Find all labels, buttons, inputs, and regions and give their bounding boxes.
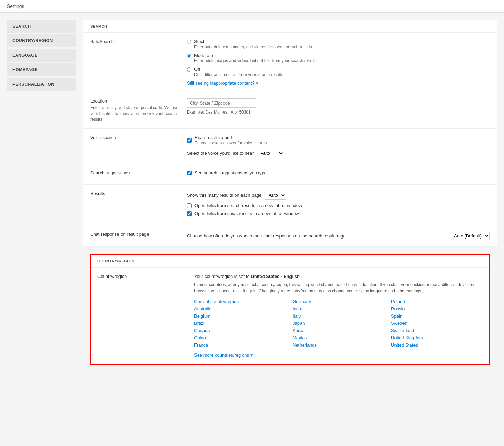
country-setting-label: Country/region	[97, 274, 187, 358]
location-example: Example: Des Moines, IA or 50301	[187, 110, 490, 115]
safesearch-off-label: Off	[194, 67, 283, 72]
top-bar: Settings	[0, 0, 504, 13]
search-suggestions-option: See search suggestions as you type	[187, 170, 490, 175]
sidebar-item-personalization[interactable]: PERSONALIZATION	[7, 78, 76, 91]
open-links-checkbox[interactable]	[187, 203, 192, 208]
location-controls: Example: Des Moines, IA or 50301	[187, 98, 490, 122]
search-suggestions-row: Search suggestions See search suggestion…	[83, 164, 497, 185]
country-link-germany[interactable]: Germany	[293, 299, 384, 304]
country-link-belgium[interactable]: Belgium	[194, 313, 286, 319]
results-per-page-label: Show this many results on each page	[187, 193, 261, 198]
safesearch-controls: Strict Filter out adult text, images, an…	[187, 39, 490, 86]
location-input[interactable]	[187, 98, 256, 108]
country-link-spain[interactable]: Spain	[391, 313, 483, 319]
country-section-header: COUNTRY/REGION	[91, 255, 489, 268]
sidebar-item-country-region[interactable]: COUNTRY/REGION	[7, 34, 76, 47]
country-link-poland[interactable]: Poland	[391, 299, 483, 304]
country-link-italy[interactable]: Italy	[293, 313, 384, 319]
country-link-korea[interactable]: Korea	[293, 328, 384, 333]
location-row: Location Enter your city and state or po…	[83, 92, 497, 129]
country-region-section: COUNTRY/REGION Country/region Your count…	[90, 254, 490, 365]
voice-select[interactable]: Auto Male Female	[257, 149, 284, 157]
country-link-russia[interactable]: Russia	[391, 306, 483, 311]
safesearch-moderate-option: Moderate Filter adult images and videos …	[187, 53, 490, 63]
country-link-switzerland[interactable]: Switzerland	[391, 328, 483, 333]
voice-select-row: Select the voice you'd like to hear Auto…	[187, 149, 490, 157]
search-suggestions-checkbox[interactable]	[187, 171, 192, 175]
country-desc: In most countries, after you select a co…	[194, 282, 483, 294]
safesearch-off-desc: Don't filter adult content from your sea…	[194, 72, 283, 77]
search-suggestions-label: Search suggestions	[90, 170, 180, 178]
open-links-option: Open links from search results in a new …	[187, 203, 490, 208]
country-link-mexico[interactable]: Mexico	[293, 335, 384, 340]
open-news-option: Open links from news results in a new ta…	[187, 211, 490, 216]
country-link-united-kingdom[interactable]: United Kingdom	[391, 335, 483, 340]
country-current-value: United States - English	[251, 274, 300, 279]
search-suggestions-controls: See search suggestions as you type	[187, 170, 490, 178]
country-current: Your country/region is set to United Sta…	[194, 274, 483, 279]
search-suggestions-checkbox-label: See search suggestions as you type	[194, 170, 267, 175]
voice-search-row: Voice search Read results aloud Enable s…	[83, 129, 497, 164]
results-per-page-select[interactable]: Auto 10 20 30 50	[265, 191, 286, 200]
country-link-india[interactable]: India	[293, 306, 384, 311]
sidebar-item-search[interactable]: SEARCH	[7, 20, 76, 33]
voice-search-controls: Read results aloud Enable spoken answer …	[187, 135, 490, 157]
safesearch-strict-label: Strict	[194, 39, 312, 44]
sidebar-item-language[interactable]: LANGUAGE	[7, 49, 76, 62]
country-link-united-states[interactable]: United States	[391, 342, 483, 348]
chevron-down-icon: ▾	[250, 352, 253, 358]
still-seeing-link[interactable]: Still seeing inappropriate content? ▾	[187, 80, 490, 86]
search-section-header: SEARCH	[83, 20, 497, 33]
location-label: Location Enter your city and state or po…	[90, 98, 180, 122]
country-link-france[interactable]: France	[194, 342, 286, 348]
main-content: SEARCH SafeSearch Strict Filter out adul…	[83, 20, 497, 371]
country-link-netherlands[interactable]: Netherlands	[293, 342, 384, 348]
safesearch-moderate-radio[interactable]	[187, 54, 191, 58]
safesearch-row: SafeSearch Strict Filter out adult text,…	[83, 33, 497, 92]
open-links-label: Open links from search results in a new …	[194, 203, 302, 208]
open-news-checkbox[interactable]	[187, 211, 192, 216]
country-link-china[interactable]: China	[194, 335, 286, 340]
main-layout: SEARCH COUNTRY/REGION LANGUAGE HOMEPAGE …	[0, 13, 504, 378]
read-aloud-checkbox[interactable]	[187, 138, 192, 143]
safesearch-moderate-label: Moderate	[194, 53, 316, 58]
search-section: SEARCH SafeSearch Strict Filter out adul…	[83, 20, 497, 247]
sidebar: SEARCH COUNTRY/REGION LANGUAGE HOMEPAGE …	[7, 20, 76, 371]
chevron-down-icon: ▾	[256, 80, 258, 86]
country-setting-row: Country/region Your country/region is se…	[91, 268, 489, 364]
open-news-label: Open links from news results in a new ta…	[194, 211, 299, 216]
sidebar-item-homepage[interactable]: HOMEPAGE	[7, 63, 76, 76]
read-aloud-label: Read results aloud	[194, 135, 267, 140]
safesearch-strict-option: Strict Filter out adult text, images, an…	[187, 39, 490, 49]
results-label: Results	[90, 191, 180, 219]
country-link-australia[interactable]: Australia	[194, 306, 286, 311]
chat-response-row: Chat response on result page Choose how …	[83, 225, 497, 247]
country-link-canada[interactable]: Canada	[194, 328, 286, 333]
chat-response-controls: Choose how often do you want to see chat…	[187, 232, 490, 240]
safesearch-moderate-desc: Filter adult images and videos but not t…	[194, 58, 316, 63]
voice-search-label: Voice search	[90, 135, 180, 157]
results-controls: Show this many results on each page Auto…	[187, 191, 490, 219]
chat-response-label: Chat response on result page	[90, 232, 180, 240]
chat-response-desc: Choose how often do you want to see chat…	[187, 233, 446, 239]
country-link-japan[interactable]: Japan	[293, 321, 384, 326]
country-grid: Current country/region Germany Poland Au…	[194, 299, 483, 348]
chat-response-select[interactable]: Auto (Default) Always Never	[450, 232, 490, 240]
country-link-sweden[interactable]: Sweden	[391, 321, 483, 326]
safesearch-strict-radio[interactable]	[187, 40, 191, 44]
country-link-brazil[interactable]: Brazil	[194, 321, 286, 326]
country-controls: Your country/region is set to United Sta…	[194, 274, 483, 358]
safesearch-label: SafeSearch	[90, 39, 180, 86]
safesearch-off-option: Off Don't filter adult content from your…	[187, 67, 490, 77]
read-aloud-option: Read results aloud Enable spoken answer …	[187, 135, 490, 145]
safesearch-off-radio[interactable]	[187, 67, 191, 72]
country-link-current[interactable]: Current country/region	[194, 299, 286, 304]
read-aloud-desc: Enable spoken answer for voice search	[194, 140, 267, 145]
voice-select-label: Select the voice you'd like to hear	[187, 151, 254, 156]
location-label-desc: Enter your city and state or postal code…	[90, 105, 180, 122]
safesearch-strict-desc: Filter out adult text, images, and video…	[194, 45, 312, 49]
page-title: Settings	[7, 3, 25, 9]
results-per-page-row: Show this many results on each page Auto…	[187, 191, 490, 200]
results-row: Results Show this many results on each p…	[83, 185, 497, 225]
see-more-countries-link[interactable]: See more countries/regions ▾	[194, 352, 483, 358]
